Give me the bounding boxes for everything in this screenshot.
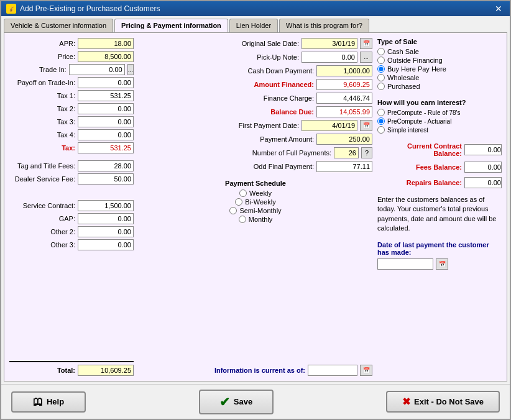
first-payment-calendar[interactable]: 📅	[360, 120, 372, 131]
sale-date-input[interactable]	[302, 38, 357, 49]
left-panel: APR: Price: Trade In: ... Payoff on Trad…	[9, 38, 134, 376]
trade-in-input[interactable]	[69, 64, 125, 75]
service-contract-input[interactable]	[78, 200, 134, 211]
weekly-option[interactable]: Weekly	[239, 189, 272, 197]
payment-amount-input[interactable]	[316, 134, 372, 145]
semimonthly-radio[interactable]	[229, 207, 237, 214]
rule78-radio[interactable]	[377, 109, 385, 116]
gap-input[interactable]	[78, 213, 134, 224]
payment-schedule-section: Payment Schedule Weekly Bi-Weekly Semi-M…	[139, 180, 372, 224]
finance-charge-input[interactable]	[316, 93, 372, 104]
price-label: Price:	[13, 53, 75, 60]
simple-interest-radio[interactable]	[377, 126, 385, 134]
help-label: Help	[47, 397, 64, 406]
finance-charge-row: Finance Charge:	[139, 93, 372, 104]
save-button[interactable]: ✔ Save	[199, 390, 274, 414]
total-input[interactable]	[78, 365, 134, 376]
simple-interest-option[interactable]: Simple interest	[377, 126, 502, 134]
pickup-note-button[interactable]: ...	[360, 52, 372, 63]
purchased-option[interactable]: Purchased	[377, 83, 502, 90]
dealer-fee-label: Dealer Service Fee:	[13, 175, 75, 183]
middle-panel: Original Sale Date: 📅 Pick-Up Note: ... …	[139, 38, 372, 376]
wholesale-option[interactable]: Wholesale	[377, 74, 502, 81]
sale-date-calendar[interactable]: 📅	[360, 38, 372, 49]
biweekly-radio[interactable]	[235, 198, 242, 206]
monthly-radio[interactable]	[239, 216, 246, 223]
last-payment-calendar[interactable]: 📅	[436, 258, 448, 270]
repairs-balance-input[interactable]	[464, 177, 502, 188]
apr-input[interactable]	[78, 38, 134, 49]
buy-here-radio[interactable]	[377, 65, 385, 73]
weekly-radio[interactable]	[239, 189, 247, 197]
dealer-fee-input[interactable]	[78, 173, 134, 185]
tax4-label: Tax 4:	[13, 131, 75, 139]
interest-section: How will you earn interest? PreCompute -…	[377, 99, 502, 135]
payoff-input[interactable]	[78, 77, 134, 88]
cash-down-input[interactable]	[316, 65, 372, 76]
tax4-input[interactable]	[78, 129, 134, 140]
trade-in-button[interactable]: ...	[127, 64, 134, 75]
odd-final-input[interactable]	[316, 161, 372, 172]
balance-due-input[interactable]	[316, 106, 372, 117]
service-contract-row: Service Contract:	[9, 200, 134, 211]
outside-financing-option[interactable]: Outside Financing	[377, 57, 502, 64]
last-payment-input[interactable]	[377, 258, 433, 270]
contract-balance-input[interactable]	[464, 144, 502, 155]
info-current-input[interactable]	[308, 365, 357, 376]
semimonthly-option[interactable]: Semi-Monthly	[229, 207, 281, 214]
payment-amount-label: Payment Amount:	[233, 135, 314, 143]
num-payments-row: Number of Full Payments: ?	[139, 147, 372, 158]
pickup-note-row: Pick-Up Note: ...	[139, 52, 372, 63]
total-row: Total:	[9, 361, 134, 376]
price-input[interactable]	[78, 51, 134, 62]
actuarial-option[interactable]: PreCompute - Actuarial	[377, 117, 502, 125]
purchased-radio[interactable]	[377, 83, 385, 90]
fees-balance-input[interactable]	[464, 162, 502, 173]
tab-pricing[interactable]: Pricing & Payment information	[114, 19, 228, 32]
rule78-option[interactable]: PreCompute - Rule of 78's	[377, 109, 502, 116]
amount-financed-input[interactable]	[316, 79, 372, 90]
cash-down-row: Cash Down Payment:	[139, 65, 372, 76]
payments-help-button[interactable]: ?	[361, 147, 372, 158]
tab-bar: Vehicle & Customer information Pricing &…	[1, 16, 510, 32]
tax-total-input[interactable]	[78, 142, 134, 153]
tax3-input[interactable]	[78, 116, 134, 127]
odd-final-label: Odd Final Payment:	[233, 163, 314, 170]
info-current-label: Information is current as of:	[214, 367, 305, 374]
tax1-input[interactable]	[78, 90, 134, 101]
tab-lien[interactable]: Lien Holder	[229, 19, 278, 32]
pickup-note-input[interactable]	[302, 52, 357, 63]
balance-due-label: Balance Due:	[233, 108, 314, 116]
tax3-row: Tax 3:	[9, 116, 134, 127]
tag-title-input[interactable]	[78, 160, 134, 171]
help-icon: 🕮	[33, 396, 43, 408]
exit-button[interactable]: ✖ Exit - Do Not Save	[386, 391, 500, 413]
other3-input[interactable]	[78, 239, 134, 250]
first-payment-date-input[interactable]	[302, 120, 357, 131]
info-text: Enter the customers balances as of today…	[377, 195, 502, 234]
finance-charge-label: Finance Charge:	[233, 94, 314, 102]
other2-input[interactable]	[78, 226, 134, 237]
biweekly-option[interactable]: Bi-Weekly	[235, 198, 275, 206]
buy-here-option[interactable]: Buy Here Pay Here	[377, 65, 502, 73]
trade-in-row: Trade In: ...	[9, 64, 134, 75]
amount-financed-row: Amount Financed:	[139, 79, 372, 90]
monthly-option[interactable]: Monthly	[239, 216, 273, 223]
tax3-label: Tax 3:	[13, 118, 75, 126]
tax2-input[interactable]	[78, 103, 134, 114]
window-title: Add Pre-Existing or Purchased Customers	[20, 4, 160, 13]
outside-financing-radio[interactable]	[377, 57, 385, 64]
cash-sale-option[interactable]: Cash Sale	[377, 48, 502, 55]
cash-sale-radio[interactable]	[377, 48, 385, 55]
num-payments-input[interactable]	[334, 147, 359, 158]
help-button[interactable]: 🕮 Help	[11, 391, 86, 413]
tab-vehicle[interactable]: Vehicle & Customer information	[4, 19, 113, 32]
close-button[interactable]: ✕	[492, 4, 505, 14]
save-icon: ✔	[219, 395, 230, 409]
price-row: Price:	[9, 51, 134, 62]
wholesale-radio[interactable]	[377, 74, 385, 81]
info-current-calendar[interactable]: 📅	[360, 365, 372, 376]
actuarial-radio[interactable]	[377, 117, 385, 125]
tab-whatisthis[interactable]: What is this program for?	[279, 19, 369, 32]
tag-title-row: Tag and Title Fees:	[9, 160, 134, 171]
